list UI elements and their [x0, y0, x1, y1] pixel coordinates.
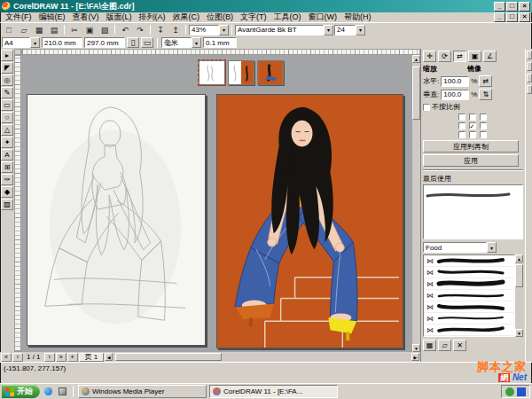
- chevron-down-icon[interactable]: ▾: [356, 25, 365, 35]
- menu-text[interactable]: 文字(T): [237, 12, 270, 23]
- font-name[interactable]: AvantGarde Bk BT: [235, 25, 324, 35]
- save-stroke-button[interactable]: ▦: [423, 340, 436, 351]
- chevron-down-icon[interactable]: ▾: [219, 25, 229, 35]
- menu-tools[interactable]: 工具(O): [270, 12, 305, 23]
- portrait-button[interactable]: ▯: [127, 37, 139, 48]
- shape-tool[interactable]: ◤: [1, 62, 13, 74]
- stroke-scroll-thumb[interactable]: [515, 264, 523, 287]
- scroll-up-icon[interactable]: ▲: [412, 55, 420, 63]
- redo-icon[interactable]: ↷: [133, 24, 147, 35]
- taskbar-item-coreldraw[interactable]: CorelDRAW 11 - [E:\FA...: [209, 385, 338, 398]
- stroke-item[interactable]: ⋈: [424, 267, 514, 278]
- paper-size-value[interactable]: A4: [2, 37, 30, 48]
- copy-icon[interactable]: ▣: [82, 24, 97, 35]
- menu-view[interactable]: 查看(V): [69, 12, 103, 23]
- stroke-item[interactable]: ⋈: [424, 290, 514, 301]
- page-tab[interactable]: 页 1: [79, 353, 105, 362]
- zoom-combo[interactable]: 43% ▾: [189, 25, 229, 35]
- taskbar-item-wmp[interactable]: Windows Media Player: [78, 385, 207, 398]
- stroke-library-list[interactable]: ⋈ ⋈ ⋈ ⋈ ⋈: [423, 254, 515, 337]
- thumbnail-1[interactable]: [199, 60, 225, 85]
- stroke-category-combo[interactable]: Food ▾: [423, 242, 497, 253]
- color-page[interactable]: [216, 94, 403, 348]
- close-button[interactable]: ×: [519, 2, 530, 12]
- scroll-right-icon[interactable]: ▶: [411, 353, 419, 361]
- add-page-button[interactable]: +: [67, 353, 78, 362]
- thumbnail-3[interactable]: [257, 60, 284, 85]
- zoom-value[interactable]: 43%: [189, 25, 219, 35]
- transform-position-button[interactable]: ✛: [423, 51, 436, 62]
- menu-edit[interactable]: 编辑(E): [35, 12, 69, 23]
- scroll-left-icon[interactable]: ◀: [105, 353, 113, 361]
- stroke-item[interactable]: ⋈: [424, 301, 514, 313]
- scale-v-field[interactable]: 100.0: [441, 90, 469, 100]
- paper-width-field[interactable]: 210.0 mm: [42, 37, 82, 48]
- paper-height-field[interactable]: 297.0 mm: [84, 37, 125, 48]
- anchor-checkbox-center[interactable]: ✓: [469, 122, 476, 129]
- paste-icon[interactable]: ▧: [98, 24, 112, 35]
- zoom-tool[interactable]: ◎: [1, 74, 13, 86]
- ellipse-tool[interactable]: ○: [1, 112, 13, 123]
- anchor-checkbox[interactable]: [458, 131, 466, 138]
- canvas-hscrollbar[interactable]: ◀ ▶: [105, 353, 419, 361]
- menu-effects[interactable]: 效果(C): [169, 12, 204, 23]
- tray-ime-icon[interactable]: [517, 387, 526, 396]
- keep-ratio-checkbox[interactable]: [423, 104, 430, 111]
- thumbnail-2[interactable]: [228, 60, 254, 85]
- chevron-down-icon[interactable]: ▾: [192, 37, 201, 48]
- anchor-checkbox[interactable]: [480, 113, 487, 121]
- transform-skew-button[interactable]: ∠: [483, 51, 497, 62]
- units-value[interactable]: 毫米: [161, 37, 192, 48]
- menu-bitmaps[interactable]: 位图(B): [203, 12, 237, 23]
- tray-status-icon[interactable]: [505, 387, 514, 396]
- first-page-button[interactable]: «: [1, 353, 12, 362]
- menu-layout[interactable]: 版面(L): [103, 12, 136, 23]
- text-tool[interactable]: A: [1, 149, 13, 160]
- outline-tool[interactable]: ◆: [1, 186, 13, 198]
- fill-tool[interactable]: ▨: [1, 199, 13, 210]
- apply-to-duplicate-button[interactable]: 应用到再制: [423, 140, 519, 153]
- transform-rotate-button[interactable]: ⟳: [438, 51, 451, 62]
- docker-tab-button[interactable]: [527, 85, 532, 94]
- mirror-vertical-button[interactable]: ⇅: [479, 89, 492, 100]
- menu-file[interactable]: 文件(F): [2, 12, 35, 23]
- interactive-tool[interactable]: ⊞: [1, 161, 13, 173]
- undo-icon[interactable]: ↶: [118, 24, 132, 35]
- cut-icon[interactable]: ✂: [67, 24, 82, 35]
- print-icon[interactable]: ▤: [47, 24, 61, 35]
- drawing-canvas[interactable]: ▲ ▼: [21, 55, 420, 352]
- anchor-checkbox[interactable]: [480, 131, 487, 138]
- export-icon[interactable]: ↥: [168, 24, 183, 35]
- stroke-category-value[interactable]: Food: [423, 242, 487, 253]
- basic-shapes-tool[interactable]: ✦: [1, 137, 13, 148]
- paper-size-combo[interactable]: A4 ▾: [2, 37, 40, 48]
- scale-h-field[interactable]: 100.0: [441, 76, 469, 87]
- vscroll-thumb[interactable]: [412, 66, 420, 120]
- doc-restore-button[interactable]: □: [506, 12, 518, 22]
- scroll-up-icon[interactable]: ▲: [515, 254, 523, 262]
- anchor-checkbox[interactable]: [469, 131, 476, 138]
- docker-collapse-button[interactable]: [527, 51, 532, 59]
- mirror-horizontal-button[interactable]: ⇄: [479, 75, 492, 87]
- recent-strokes-list[interactable]: [423, 184, 523, 239]
- docker-tab-button[interactable]: [527, 62, 532, 71]
- anchor-checkbox[interactable]: [480, 122, 487, 129]
- font-size-combo[interactable]: 24 ▾: [334, 25, 365, 35]
- chevron-down-icon[interactable]: ▾: [30, 37, 40, 48]
- menu-help[interactable]: 帮助(H): [340, 12, 375, 23]
- eyedropper-tool[interactable]: ✑: [1, 174, 13, 185]
- docker-tab-button[interactable]: [527, 74, 532, 82]
- next-page-button[interactable]: ›: [44, 353, 55, 362]
- prev-page-button[interactable]: ‹: [12, 353, 23, 362]
- apply-button[interactable]: 应用: [423, 154, 519, 167]
- open-icon[interactable]: ▱: [17, 24, 31, 35]
- minimize-button[interactable]: _: [494, 2, 505, 12]
- transform-size-button[interactable]: ▣: [468, 51, 481, 62]
- menu-window[interactable]: 窗口(W): [305, 12, 341, 23]
- landscape-button[interactable]: ▭: [141, 37, 153, 48]
- start-button[interactable]: 开始: [2, 385, 40, 398]
- quicklaunch-desktop-icon[interactable]: [57, 386, 68, 397]
- canvas-vscrollbar[interactable]: ▲ ▼: [412, 55, 420, 352]
- pick-tool[interactable]: ▸: [1, 50, 13, 61]
- delete-stroke-button[interactable]: ✕: [453, 340, 466, 351]
